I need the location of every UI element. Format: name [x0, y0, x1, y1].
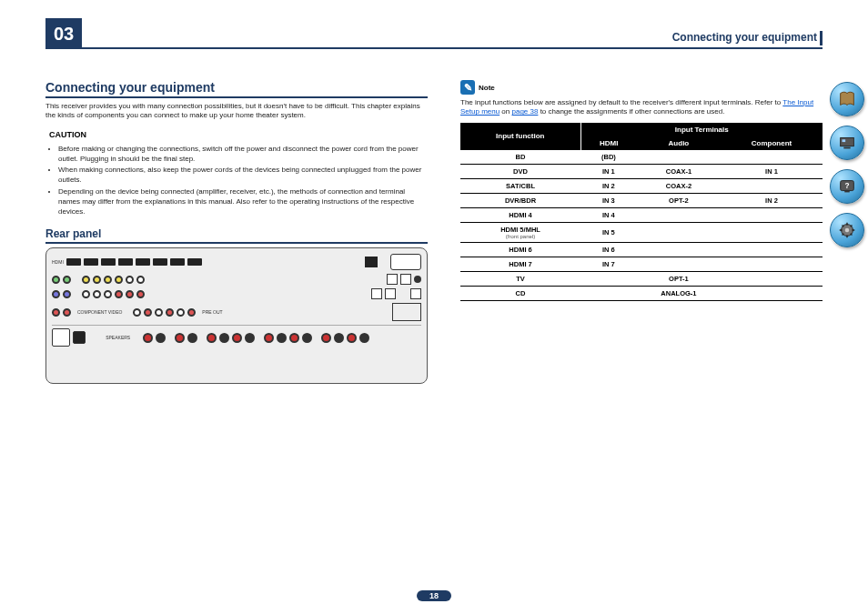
table-row: TVOPT-1 — [460, 271, 823, 286]
subsection-heading: Rear panel — [45, 227, 428, 244]
svg-text:?: ? — [844, 182, 849, 190]
cell-hdmi: IN 2 — [580, 178, 637, 193]
table-row: DVDIN 1COAX-1IN 1 — [460, 164, 823, 178]
cell-hdmi: IN 5 — [580, 222, 637, 242]
document-page: 03 Connecting your equipment Connecting … — [0, 0, 868, 614]
cell-component — [721, 178, 823, 193]
cell-hdmi: IN 3 — [580, 193, 637, 207]
cell-hdmi: IN 4 — [580, 207, 637, 222]
cell-audio: OPT-2 — [637, 193, 721, 207]
cell-hdmi: IN 6 — [580, 242, 637, 257]
cell-function: BD — [460, 150, 580, 165]
svg-rect-3 — [843, 139, 846, 142]
cell-component — [721, 286, 823, 300]
note-link-page[interactable]: page 38 — [511, 107, 538, 116]
cell-component — [721, 222, 823, 242]
cell-audio: OPT-1 — [637, 271, 721, 286]
cell-function: SAT/CBL — [460, 178, 580, 193]
table-row: CDANALOG-1 — [460, 286, 823, 300]
svg-rect-2 — [841, 138, 854, 146]
cell-audio — [637, 207, 721, 222]
caution-label: CAUTION — [49, 130, 86, 139]
svg-point-9 — [845, 228, 850, 233]
book-icon[interactable] — [830, 82, 864, 116]
th-function: Input function — [460, 123, 580, 150]
device-icon[interactable] — [830, 126, 864, 160]
header-rule — [82, 47, 823, 49]
cell-audio — [637, 257, 721, 271]
th-terminals: Input Terminals — [580, 123, 823, 136]
cell-audio: COAX-2 — [637, 178, 721, 193]
table-row: HDMI 4IN 4 — [460, 207, 823, 222]
side-toolbar: ? — [830, 82, 864, 247]
table-row: DVR/BDRIN 3OPT-2IN 2 — [460, 193, 823, 207]
caution-item: Before making or changing the connection… — [58, 145, 428, 165]
table-row: HDMI 7IN 7 — [460, 257, 823, 271]
cell-audio: COAX-1 — [637, 164, 721, 178]
th-audio: Audio — [637, 136, 721, 150]
chapter-badge: 03 — [45, 18, 82, 49]
help-icon[interactable]: ? — [830, 169, 864, 204]
table-row: SAT/CBLIN 2COAX-2 — [460, 178, 823, 193]
cell-hdmi: IN 7 — [580, 257, 637, 271]
cell-audio: ANALOG-1 — [637, 286, 721, 300]
svg-rect-4 — [843, 147, 850, 149]
cell-function: TV — [460, 271, 580, 286]
cell-function: DVR/BDR — [460, 193, 580, 207]
caution-item: When making connections, also keep the p… — [58, 166, 428, 186]
table-row: BD(BD) — [460, 150, 823, 165]
th-component: Component — [721, 136, 823, 150]
cell-component — [721, 150, 823, 165]
settings-icon[interactable] — [830, 213, 864, 247]
cell-component: IN 1 — [721, 164, 823, 178]
note-text-part: to change the assignments if other conne… — [538, 107, 724, 116]
cell-function: HDMI 4 — [460, 207, 580, 222]
cell-function: HDMI 6 — [460, 242, 580, 257]
cell-hdmi — [580, 286, 637, 300]
cell-component — [721, 207, 823, 222]
cell-function: HDMI 5/MHL(front panel) — [460, 222, 580, 242]
caution-item: Depending on the device being connected … — [58, 187, 428, 216]
cell-audio — [637, 242, 721, 257]
cell-component — [721, 242, 823, 257]
right-column: ✎ Note The input functions below are ass… — [460, 80, 823, 384]
cell-function: CD — [460, 286, 580, 300]
note-text: The input functions below are assigned b… — [460, 98, 823, 117]
caution-header: CAUTION — [45, 126, 428, 143]
table-row: HDMI 6IN 6 — [460, 242, 823, 257]
cell-hdmi — [580, 271, 637, 286]
page-number: 18 — [417, 590, 451, 601]
rear-panel-diagram: HDMI — [45, 247, 428, 384]
cell-component — [721, 257, 823, 271]
section-heading: Connecting your equipment — [45, 80, 428, 98]
note-label: Note — [479, 84, 495, 92]
left-column: Connecting your equipment This receiver … — [45, 80, 428, 384]
cell-function: HDMI 7 — [460, 257, 580, 271]
svg-rect-7 — [844, 191, 850, 193]
note-text-part: The input functions below are assigned b… — [460, 98, 782, 106]
table-row: HDMI 5/MHL(front panel)IN 5 — [460, 222, 823, 242]
cell-hdmi: (BD) — [580, 150, 637, 165]
page-header: 03 Connecting your equipment — [45, 18, 823, 53]
note-header: ✎ Note — [460, 80, 823, 95]
header-title: Connecting your equipment — [672, 31, 823, 44]
caution-list: Before making or changing the connection… — [58, 145, 428, 217]
cell-hdmi: IN 1 — [580, 164, 637, 178]
note-text-part: on — [500, 107, 511, 116]
cell-audio — [637, 150, 721, 165]
cell-component — [721, 271, 823, 286]
cell-component: IN 2 — [721, 193, 823, 207]
intro-text: This receiver provides you with many con… — [45, 102, 428, 121]
input-terminals-table: Input function Input Terminals HDMI Audi… — [460, 123, 823, 301]
cell-audio — [637, 222, 721, 242]
note-icon: ✎ — [460, 80, 475, 95]
cell-function: DVD — [460, 164, 580, 178]
th-hdmi: HDMI — [580, 136, 637, 150]
